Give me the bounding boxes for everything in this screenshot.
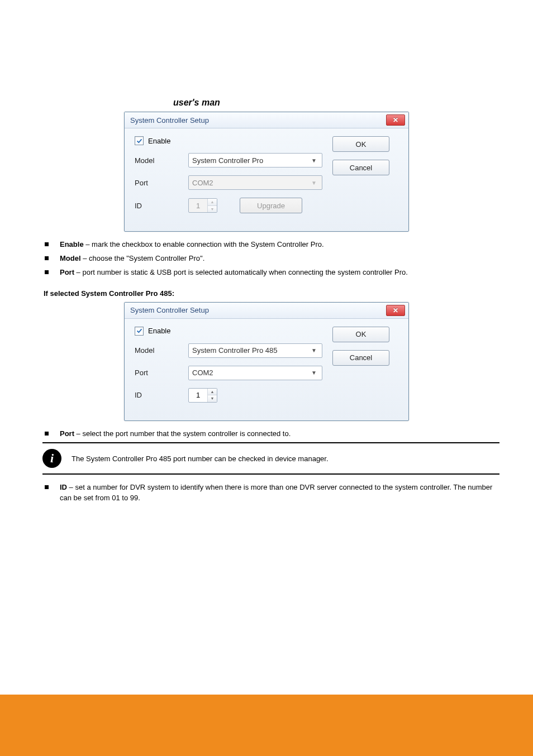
enable-label: Enable [148, 137, 170, 145]
footer-accent-bar [0, 695, 533, 756]
model-value: System Controller Pro 485 [192, 346, 277, 355]
chevron-down-icon: ▼ [310, 370, 318, 376]
list-item: Port – port number is static & USB port … [45, 267, 499, 278]
system-controller-setup-dialog-1: System Controller Setup ✕ Enable Model S… [124, 112, 409, 232]
ok-button[interactable]: OK [332, 327, 389, 342]
model-label: Model [135, 156, 188, 165]
spin-down-icon[interactable]: ▼ [208, 395, 217, 402]
model-dropdown[interactable]: System Controller Pro ▼ [188, 153, 322, 168]
list-item: Port – select the port number that the s… [45, 429, 499, 439]
ok-button[interactable]: OK [332, 136, 389, 152]
dialog-title: System Controller Setup [130, 116, 209, 125]
chevron-down-icon: ▼ [310, 157, 318, 164]
section-header-italic: user's man [173, 98, 220, 108]
info-icon: i [42, 449, 61, 468]
chevron-down-icon: ▼ [310, 347, 318, 353]
id-value: 1 [189, 199, 207, 212]
cancel-button[interactable]: Cancel [332, 350, 389, 366]
condition-heading: If selected System Controller Pro 485: [44, 289, 499, 298]
info-text: The System Controller Pro 485 port numbe… [72, 454, 329, 463]
enable-checkbox[interactable] [135, 136, 144, 145]
model-dropdown[interactable]: System Controller Pro 485 ▼ [188, 343, 322, 358]
dialog-title: System Controller Setup [130, 306, 209, 314]
id-label: ID [135, 391, 188, 399]
port-dropdown: COM2 ▼ [188, 175, 322, 190]
list-item: Enable – mark the checkbox to enable con… [45, 240, 499, 250]
id-value: 1 [189, 389, 207, 402]
spin-up-icon[interactable]: ▲ [208, 389, 217, 396]
id-label: ID [135, 202, 188, 210]
id-stepper[interactable]: 1 ▲ ▼ [188, 388, 217, 403]
cancel-button[interactable]: Cancel [332, 160, 389, 175]
bullet-list-2b: ID – set a number for DVR system to iden… [45, 482, 499, 504]
bullet-list-2a: Port – select the port number that the s… [45, 429, 499, 439]
enable-checkbox[interactable] [135, 327, 144, 336]
enable-label: Enable [148, 327, 170, 335]
spin-up-icon: ▲ [208, 199, 217, 206]
id-stepper: 1 ▲ ▼ [188, 198, 217, 213]
port-value: COM2 [192, 179, 213, 187]
port-label: Port [135, 179, 188, 187]
info-note: i The System Controller Pro 485 port num… [42, 442, 499, 475]
spin-down-icon: ▼ [208, 206, 217, 213]
port-value: COM2 [192, 369, 213, 377]
list-item: Model – choose the "System Controller Pr… [45, 253, 499, 264]
list-item: ID – set a number for DVR system to iden… [45, 482, 499, 504]
port-dropdown[interactable]: COM2 ▼ [188, 366, 322, 380]
chevron-down-icon: ▼ [310, 180, 318, 186]
port-label: Port [135, 369, 188, 377]
close-icon[interactable]: ✕ [386, 305, 405, 316]
model-label: Model [135, 346, 188, 355]
system-controller-setup-dialog-2: System Controller Setup ✕ Enable Model S… [124, 302, 409, 421]
model-value: System Controller Pro [192, 156, 263, 165]
bullet-list-1: Enable – mark the checkbox to enable con… [45, 240, 499, 278]
upgrade-button: Upgrade [240, 198, 302, 213]
close-icon[interactable]: ✕ [386, 114, 405, 126]
